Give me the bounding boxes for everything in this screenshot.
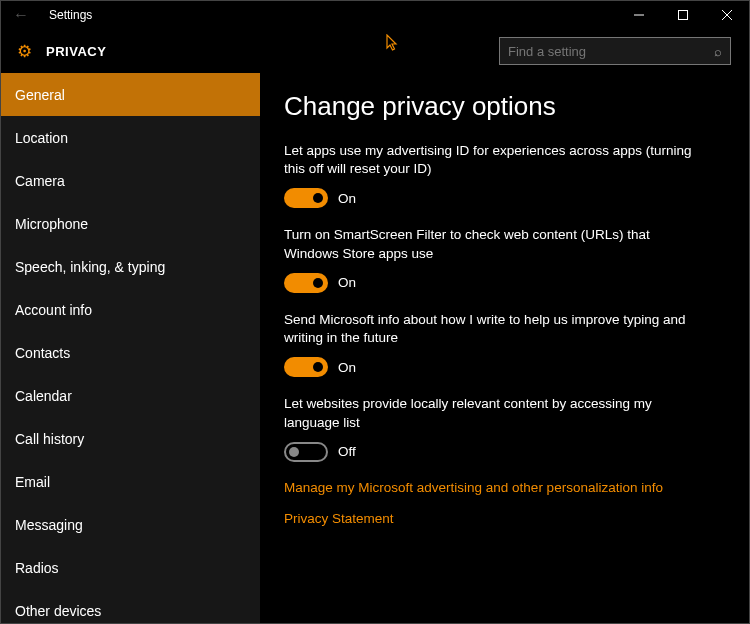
sidebar-item-microphone[interactable]: Microphone (1, 202, 260, 245)
window-title: Settings (41, 8, 92, 22)
sidebar-item-label: Call history (15, 431, 84, 447)
toggle-advertising-id[interactable] (284, 188, 328, 208)
search-icon: ⌕ (714, 44, 722, 59)
sidebar-item-label: General (15, 87, 65, 103)
search-input[interactable] (508, 44, 714, 59)
sidebar-item-label: Microphone (15, 216, 88, 232)
sidebar-item-account-info[interactable]: Account info (1, 288, 260, 331)
toggle-language-list[interactable] (284, 442, 328, 462)
option-smartscreen: Turn on SmartScreen Filter to check web … (284, 226, 725, 292)
sidebar-item-calendar[interactable]: Calendar (1, 374, 260, 417)
window-controls (617, 1, 749, 29)
minimize-button[interactable] (617, 1, 661, 29)
toggle-state-label: On (338, 275, 356, 290)
sidebar-item-email[interactable]: Email (1, 460, 260, 503)
toggle-typing-info[interactable] (284, 357, 328, 377)
sidebar-item-other-devices[interactable]: Other devices (1, 589, 260, 623)
content-area: Change privacy options Let apps use my a… (260, 73, 749, 623)
sidebar-item-label: Other devices (15, 603, 101, 619)
sidebar-item-speech[interactable]: Speech, inking, & typing (1, 245, 260, 288)
sidebar-item-camera[interactable]: Camera (1, 159, 260, 202)
gear-icon: ⚙ (17, 41, 32, 62)
sidebar-item-location[interactable]: Location (1, 116, 260, 159)
option-label: Turn on SmartScreen Filter to check web … (284, 226, 694, 262)
maximize-button[interactable] (661, 1, 705, 29)
option-advertising-id: Let apps use my advertising ID for exper… (284, 142, 725, 208)
option-label: Let apps use my advertising ID for exper… (284, 142, 694, 178)
option-typing-info: Send Microsoft info about how I write to… (284, 311, 725, 377)
sidebar-item-general[interactable]: General (1, 73, 260, 116)
sidebar: General Location Camera Microphone Speec… (1, 73, 260, 623)
back-button[interactable]: ← (1, 6, 41, 24)
sidebar-item-label: Camera (15, 173, 65, 189)
sidebar-item-label: Radios (15, 560, 59, 576)
toggle-state-label: On (338, 191, 356, 206)
search-box[interactable]: ⌕ (499, 37, 731, 65)
option-language-list: Let websites provide locally relevant co… (284, 395, 725, 461)
sidebar-item-label: Messaging (15, 517, 83, 533)
toggle-state-label: On (338, 360, 356, 375)
sidebar-item-label: Speech, inking, & typing (15, 259, 165, 275)
sidebar-item-label: Calendar (15, 388, 72, 404)
link-privacy-statement[interactable]: Privacy Statement (284, 511, 725, 526)
toggle-smartscreen[interactable] (284, 273, 328, 293)
svg-rect-1 (679, 11, 688, 20)
titlebar: ← Settings (1, 1, 749, 29)
sidebar-item-label: Location (15, 130, 68, 146)
sidebar-item-contacts[interactable]: Contacts (1, 331, 260, 374)
toggle-state-label: Off (338, 444, 356, 459)
sidebar-item-label: Account info (15, 302, 92, 318)
sidebar-item-call-history[interactable]: Call history (1, 417, 260, 460)
sidebar-item-label: Contacts (15, 345, 70, 361)
option-label: Send Microsoft info about how I write to… (284, 311, 694, 347)
sidebar-item-label: Email (15, 474, 50, 490)
close-button[interactable] (705, 1, 749, 29)
sidebar-item-messaging[interactable]: Messaging (1, 503, 260, 546)
link-manage-advertising[interactable]: Manage my Microsoft advertising and othe… (284, 480, 725, 495)
page-heading: Change privacy options (284, 91, 725, 122)
sidebar-item-radios[interactable]: Radios (1, 546, 260, 589)
option-label: Let websites provide locally relevant co… (284, 395, 694, 431)
page-title: PRIVACY (46, 44, 106, 59)
header: ⚙ PRIVACY ⌕ (1, 29, 749, 73)
